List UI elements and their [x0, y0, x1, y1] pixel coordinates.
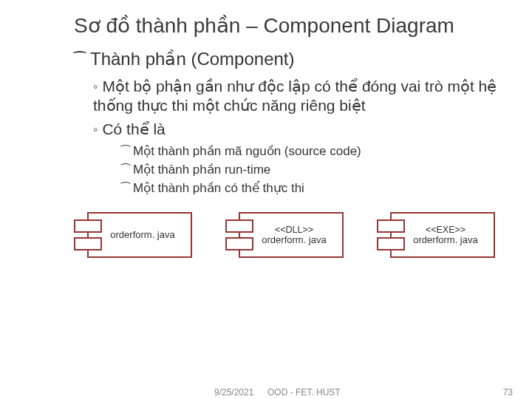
component-prong-icon [74, 219, 102, 233]
bullet-level1: ⁀Thành phần (Component) [74, 49, 502, 69]
uml-components-row: orderform. java <<DLL>> orderform. java … [74, 212, 502, 258]
component-prong-icon [377, 219, 405, 233]
component-body: <<EXE>> orderform. java [390, 212, 495, 258]
uml-component: orderform. java [74, 212, 192, 258]
component-prong-icon [74, 237, 102, 250]
level3-text: Một thành phần có thể thực thi [133, 181, 304, 195]
component-name: orderform. java [262, 235, 326, 246]
bullet-level3-item: ⁀Một thành phần có thể thực thi [121, 180, 502, 196]
component-name: orderform. java [413, 235, 477, 246]
component-body: orderform. java [87, 212, 192, 258]
footer-source: OOD - FET. HUST [267, 387, 341, 398]
level3-text: Một thành phần mã nguồn (source code) [133, 144, 361, 158]
uml-component: <<DLL>> orderform. java [225, 212, 344, 258]
component-prong-icon [377, 237, 405, 250]
bullet-glyph-l1: ⁀ [74, 52, 86, 68]
slide-title: Sơ đồ thành phần – Component Diagram [74, 13, 502, 38]
bullet-glyph-l3: ⁀ [121, 183, 130, 194]
bullet-glyph-l3: ⁀ [121, 146, 130, 157]
slide: Sơ đồ thành phần – Component Diagram ⁀Th… [0, 0, 532, 399]
level2-text: Một bộ phận gần như độc lập có thể đóng … [93, 78, 497, 114]
uml-component: <<EXE>> orderform. java [377, 212, 495, 258]
component-body: <<DLL>> orderform. java [239, 212, 344, 258]
component-stereotype: <<EXE>> [426, 225, 466, 235]
component-prong-icon [225, 237, 253, 250]
footer-date: 9/25/2021 [214, 387, 253, 398]
component-prong-icon [225, 219, 253, 233]
component-name: orderform. java [110, 230, 174, 241]
bullet-level3-item: ⁀Một thành phần run-time [121, 162, 502, 177]
bullet-glyph-l2: ◦ [93, 79, 98, 94]
bullet-glyph-l2: ◦ [93, 122, 98, 137]
footer-page-number: 73 [503, 387, 513, 398]
level2-text: Có thể là [102, 120, 165, 137]
component-stereotype: <<DLL>> [275, 225, 313, 235]
bullet-level2-item: ◦Một bộ phận gần như độc lập có thể đóng… [93, 77, 502, 116]
level3-text: Một thành phần run-time [133, 163, 270, 177]
bullet-level3-item: ⁀Một thành phần mã nguồn (source code) [121, 143, 502, 159]
level1-text: Thành phần (Component) [90, 49, 295, 69]
bullet-glyph-l3: ⁀ [121, 164, 130, 176]
bullet-level2-item: ◦Có thể là [93, 120, 502, 139]
